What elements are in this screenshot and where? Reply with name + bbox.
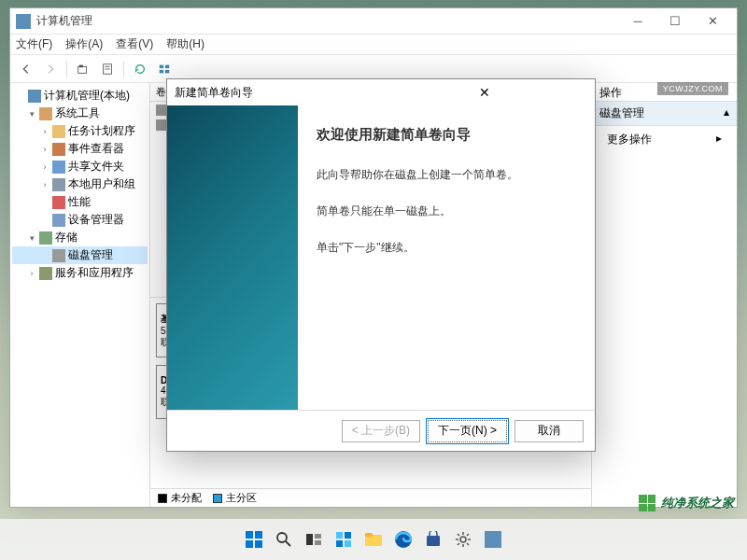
dialog-close-button[interactable]: ✕ — [381, 85, 587, 100]
start-button[interactable] — [242, 527, 266, 552]
actions-more[interactable]: 更多操作▸ — [592, 126, 737, 153]
cancel-button[interactable]: 取消 — [514, 420, 584, 442]
svg-rect-7 — [160, 69, 163, 73]
svg-rect-10 — [255, 531, 262, 539]
widgets-icon[interactable] — [331, 527, 356, 552]
nav-tree: 计算机管理(本地) ▾系统工具 ›任务计划程序 ›事件查看器 ›共享文件夹 ›本… — [10, 83, 150, 507]
task-view-icon[interactable] — [302, 527, 326, 552]
svg-rect-12 — [255, 540, 262, 548]
next-button[interactable]: 下一页(N) > — [428, 420, 507, 442]
edge-icon[interactable] — [391, 527, 416, 552]
tree-shared-folders[interactable]: ›共享文件夹 — [12, 158, 148, 175]
wizard-text-2: 简单卷只能在单一磁盘上。 — [317, 203, 576, 220]
refresh-button[interactable] — [130, 59, 150, 79]
dialog-footer: < 上一步(B) 下一页(N) > 取消 — [167, 410, 595, 451]
wizard-text-3: 单击"下一步"继续。 — [317, 239, 576, 257]
view-button[interactable] — [154, 59, 175, 79]
tree-device-manager[interactable]: 设备管理器 — [12, 211, 148, 229]
svg-rect-9 — [246, 531, 253, 539]
watermark-logo-icon — [639, 495, 655, 511]
svg-rect-23 — [365, 533, 373, 537]
minimize-button[interactable]: ─ — [619, 10, 656, 33]
svg-rect-16 — [315, 534, 321, 539]
wizard-content: 欢迎使用新建简单卷向导 此向导帮助你在磁盘上创建一个简单卷。 简单卷只能在单一磁… — [298, 105, 595, 410]
menu-file[interactable]: 文件(F) — [16, 36, 52, 52]
tree-task-scheduler[interactable]: ›任务计划程序 — [12, 122, 148, 140]
new-simple-volume-wizard: 新建简单卷向导 ✕ 欢迎使用新建简单卷向导 此向导帮助你在磁盘上创建一个简单卷。… — [166, 78, 596, 452]
svg-line-14 — [286, 541, 290, 546]
taskbar — [0, 519, 747, 560]
svg-point-26 — [460, 537, 466, 542]
svg-rect-1 — [79, 64, 83, 67]
svg-rect-18 — [336, 532, 343, 539]
svg-rect-6 — [165, 64, 169, 68]
settings-icon[interactable] — [451, 527, 475, 552]
svg-rect-11 — [246, 540, 253, 548]
svg-rect-17 — [315, 540, 321, 545]
maximize-button[interactable]: ☐ — [656, 10, 694, 33]
tree-root[interactable]: 计算机管理(本地) — [12, 87, 148, 105]
menu-help[interactable]: 帮助(H) — [166, 36, 204, 52]
store-icon[interactable] — [421, 527, 445, 552]
menu-view[interactable]: 查看(V) — [116, 36, 153, 52]
chevron-right-icon: ▸ — [716, 132, 722, 147]
actions-pane: 操作 磁盘管理▴ 更多操作▸ — [592, 83, 737, 507]
up-button[interactable] — [73, 59, 93, 79]
svg-rect-5 — [160, 64, 163, 68]
svg-rect-15 — [306, 534, 313, 545]
svg-rect-8 — [165, 69, 169, 73]
svg-point-13 — [277, 533, 287, 542]
collapse-icon: ▴ — [724, 105, 729, 121]
tree-services-apps[interactable]: ›服务和应用程序 — [12, 264, 148, 282]
svg-rect-0 — [78, 66, 87, 73]
tree-storage[interactable]: ▾存储 — [12, 229, 148, 246]
running-app-icon[interactable] — [481, 527, 505, 552]
actions-section[interactable]: 磁盘管理▴ — [592, 102, 737, 126]
back-button[interactable] — [16, 59, 36, 79]
tree-disk-management[interactable]: 磁盘管理 — [12, 246, 148, 264]
menubar: 文件(F) 操作(A) 查看(V) 帮助(H) — [10, 35, 737, 55]
properties-button[interactable] — [97, 59, 118, 79]
svg-rect-19 — [345, 532, 351, 539]
close-button[interactable]: ✕ — [694, 10, 731, 33]
tree-local-users[interactable]: ›本地用户和组 — [12, 175, 148, 193]
tree-event-viewer[interactable]: ›事件查看器 — [12, 140, 148, 158]
dialog-titlebar: 新建简单卷向导 ✕ — [167, 79, 595, 105]
menu-action[interactable]: 操作(A) — [65, 36, 103, 52]
search-icon[interactable] — [272, 527, 296, 552]
svg-rect-25 — [427, 536, 440, 546]
wizard-sidebar-image — [167, 105, 298, 410]
wizard-text-1: 此向导帮助你在磁盘上创建一个简单卷。 — [317, 166, 576, 184]
app-icon — [16, 14, 31, 29]
wizard-heading: 欢迎使用新建简单卷向导 — [317, 126, 576, 144]
tree-system-tools[interactable]: ▾系统工具 — [12, 105, 148, 122]
svg-rect-20 — [336, 540, 343, 547]
watermark-url: YCWJZY.COM — [657, 82, 728, 95]
back-button: < 上一步(B) — [342, 420, 420, 442]
window-title: 计算机管理 — [36, 13, 619, 29]
explorer-icon[interactable] — [361, 527, 386, 552]
tree-performance[interactable]: 性能 — [12, 193, 148, 211]
legend: 未分配 主分区 — [150, 488, 591, 507]
watermark: 纯净系统之家 — [639, 495, 734, 511]
svg-rect-21 — [345, 540, 351, 547]
forward-button[interactable] — [40, 59, 61, 79]
titlebar: 计算机管理 ─ ☐ ✕ — [10, 8, 737, 35]
dialog-title: 新建简单卷向导 — [175, 85, 381, 101]
